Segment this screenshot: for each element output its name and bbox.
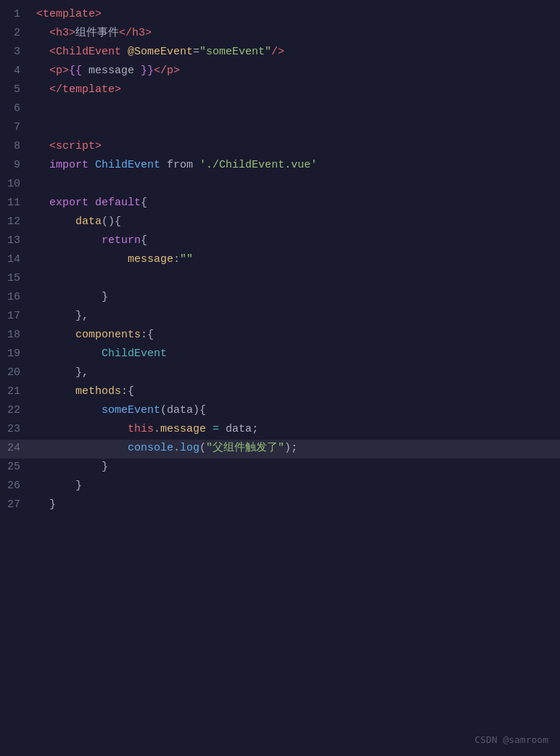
code-line-27: 27 } — [0, 496, 560, 515]
line-number-11: 11 — [0, 194, 33, 211]
code-line-1: 1 <template> — [0, 6, 560, 25]
line-number-4: 4 — [0, 62, 33, 79]
code-line-9: 9 import ChildEvent from './ChildEvent.v… — [0, 157, 560, 176]
code-line-18: 18 components:{ — [0, 326, 560, 345]
code-line-4: 4 <p>{{ message }}</p> — [0, 62, 560, 81]
line-content-8: <script> — [33, 138, 560, 155]
code-line-22: 22 someEvent(data){ — [0, 402, 560, 421]
code-line-6: 6 — [0, 100, 560, 119]
line-content-18: components:{ — [33, 326, 560, 343]
line-number-27: 27 — [0, 496, 33, 513]
code-line-14: 14 message:"" — [0, 251, 560, 270]
line-number-3: 3 — [0, 44, 33, 60]
code-line-12: 12 data(){ — [0, 213, 560, 232]
line-number-19: 19 — [0, 345, 33, 362]
line-number-22: 22 — [0, 402, 33, 419]
line-content-25: } — [33, 459, 560, 475]
line-number-20: 20 — [0, 364, 33, 381]
line-content-14: message:"" — [33, 251, 560, 268]
code-line-3: 3 <ChildEvent @SomeEvent="someEvent"/> — [0, 44, 560, 62]
line-content-11: export default{ — [33, 194, 560, 211]
line-content-24: console.log("父组件触发了"); — [33, 440, 560, 456]
line-number-12: 12 — [0, 213, 33, 230]
code-line-2: 2 <h3>组件事件</h3> — [0, 25, 560, 44]
line-content-1: <template> — [33, 6, 560, 22]
line-content-4: <p>{{ message }}</p> — [33, 62, 560, 79]
code-line-16: 16 } — [0, 289, 560, 308]
line-number-18: 18 — [0, 326, 33, 343]
line-number-9: 9 — [0, 157, 33, 173]
line-content-13: return{ — [33, 232, 560, 249]
code-line-15: 15 — [0, 270, 560, 289]
line-content-26: } — [33, 477, 560, 494]
code-line-8: 8 <script> — [0, 138, 560, 157]
line-content-19: ChildEvent — [33, 345, 560, 362]
line-content-12: data(){ — [33, 213, 560, 230]
code-line-23: 23 this.message = data; — [0, 421, 560, 440]
line-number-25: 25 — [0, 459, 33, 475]
line-number-14: 14 — [0, 251, 33, 268]
code-line-7: 7 — [0, 119, 560, 138]
line-content-2: <h3>组件事件</h3> — [33, 25, 560, 41]
code-line-26: 26 } — [0, 477, 560, 496]
line-number-10: 10 — [0, 176, 33, 192]
line-content-27: } — [33, 496, 560, 513]
line-number-15: 15 — [0, 270, 33, 287]
code-line-11: 11 export default{ — [0, 194, 560, 213]
line-content-3: <ChildEvent @SomeEvent="someEvent"/> — [33, 44, 560, 60]
line-number-16: 16 — [0, 289, 33, 305]
line-number-8: 8 — [0, 138, 33, 155]
code-line-20: 20 }, — [0, 364, 560, 383]
line-number-7: 7 — [0, 119, 33, 136]
code-line-24: 24 console.log("父组件触发了"); — [0, 440, 560, 459]
line-content-23: this.message = data; — [33, 421, 560, 437]
code-line-17: 17 }, — [0, 308, 560, 326]
code-line-25: 25 } — [0, 459, 560, 477]
line-content-17: }, — [33, 308, 560, 324]
line-number-24: 24 — [0, 440, 33, 456]
line-content-22: someEvent(data){ — [33, 402, 560, 419]
code-line-13: 13 return{ — [0, 232, 560, 251]
code-line-21: 21 methods:{ — [0, 383, 560, 402]
line-content-16: } — [33, 289, 560, 305]
line-content-5: </template> — [33, 81, 560, 98]
line-number-5: 5 — [0, 81, 33, 98]
code-line-5: 5 </template> — [0, 81, 560, 100]
code-line-10: 10 — [0, 176, 560, 194]
line-number-23: 23 — [0, 421, 33, 437]
line-number-17: 17 — [0, 308, 33, 324]
line-number-2: 2 — [0, 25, 33, 41]
line-number-6: 6 — [0, 100, 33, 117]
line-number-21: 21 — [0, 383, 33, 400]
line-number-13: 13 — [0, 232, 33, 249]
line-number-26: 26 — [0, 477, 33, 494]
line-content-9: import ChildEvent from './ChildEvent.vue… — [33, 157, 560, 173]
watermark: CSDN @samroom — [474, 733, 548, 747]
line-content-21: methods:{ — [33, 383, 560, 400]
code-line-19: 19 ChildEvent — [0, 345, 560, 364]
line-number-1: 1 — [0, 6, 33, 22]
code-editor: 1 <template> 2 <h3>组件事件</h3> 3 <ChildEve… — [0, 0, 560, 756]
line-content-20: }, — [33, 364, 560, 381]
